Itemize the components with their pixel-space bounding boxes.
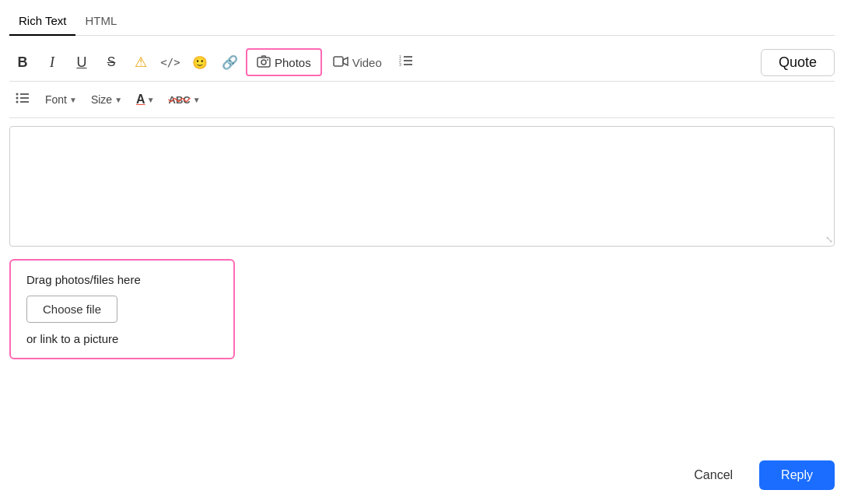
- underline-button[interactable]: U: [68, 49, 95, 75]
- editor-tabs: Rich Text HTML: [9, 8, 835, 36]
- reply-button[interactable]: Reply: [759, 460, 835, 490]
- video-button[interactable]: Video: [325, 48, 390, 76]
- warning-button[interactable]: ⚠: [128, 49, 154, 75]
- code-icon: </>: [160, 56, 180, 68]
- toolbar-row2: Font ▼ Size ▼ A ▼ ABC ▼: [9, 82, 835, 118]
- font-dropdown-arrow: ▼: [69, 96, 77, 104]
- choose-file-button[interactable]: Choose file: [26, 296, 117, 323]
- size-label: Size: [91, 93, 112, 106]
- dropzone: Drag photos/files here Choose file or li…: [9, 259, 235, 359]
- emoji-icon: 🙂: [192, 55, 208, 70]
- editor-area-wrapper: ⤡: [9, 126, 835, 247]
- spell-dropdown-arrow: ▼: [193, 96, 201, 104]
- svg-point-13: [16, 93, 19, 96]
- svg-point-14: [16, 97, 19, 100]
- unordered-list-button[interactable]: [9, 86, 36, 113]
- svg-text:3: 3: [399, 62, 401, 67]
- link-icon: 🔗: [222, 54, 238, 71]
- bold-button[interactable]: B: [9, 49, 36, 75]
- emoji-button[interactable]: 🙂: [187, 49, 213, 75]
- strikethrough-button[interactable]: S: [98, 49, 124, 75]
- camera-icon: [257, 55, 271, 70]
- editor-content-area[interactable]: [9, 126, 835, 247]
- toolbar-row1: B I U S ⚠ </> 🙂 🔗 Photos: [9, 44, 835, 82]
- color-dropdown-arrow: ▼: [147, 96, 155, 104]
- color-button[interactable]: A ▼: [131, 89, 159, 110]
- dropzone-drag-text: Drag photos/files here: [26, 273, 218, 286]
- ordered-list-button[interactable]: 1 2 3: [393, 49, 419, 75]
- quote-button[interactable]: Quote: [761, 49, 835, 76]
- color-a-icon: A: [136, 93, 145, 107]
- size-dropdown-arrow: ▼: [114, 96, 122, 104]
- svg-rect-3: [334, 57, 343, 66]
- font-label: Font: [45, 93, 67, 106]
- photos-label: Photos: [275, 56, 311, 69]
- link-button[interactable]: 🔗: [216, 49, 243, 75]
- video-icon: [333, 56, 348, 69]
- svg-rect-0: [257, 58, 270, 67]
- tab-rich-text[interactable]: Rich Text: [9, 8, 75, 35]
- size-dropdown[interactable]: Size ▼: [86, 90, 127, 109]
- svg-point-2: [267, 59, 268, 61]
- svg-point-1: [261, 60, 266, 65]
- ordered-list-icon: 1 2 3: [398, 54, 414, 71]
- spell-check-button[interactable]: ABC ▼: [164, 91, 205, 109]
- tab-html[interactable]: HTML: [75, 8, 126, 35]
- photos-button[interactable]: Photos: [246, 48, 322, 76]
- warning-icon: ⚠: [135, 54, 147, 71]
- unordered-list-icon: [15, 91, 30, 108]
- bottom-actions: Cancel Reply: [677, 454, 835, 496]
- cancel-button[interactable]: Cancel: [677, 460, 750, 490]
- svg-point-15: [16, 101, 19, 103]
- spell-icon: ABC: [169, 94, 191, 106]
- italic-button[interactable]: I: [39, 49, 65, 75]
- font-dropdown[interactable]: Font ▼: [40, 90, 82, 109]
- video-label: Video: [352, 56, 382, 69]
- dropzone-link-text: or link to a picture: [26, 332, 218, 345]
- code-button[interactable]: </>: [157, 49, 184, 75]
